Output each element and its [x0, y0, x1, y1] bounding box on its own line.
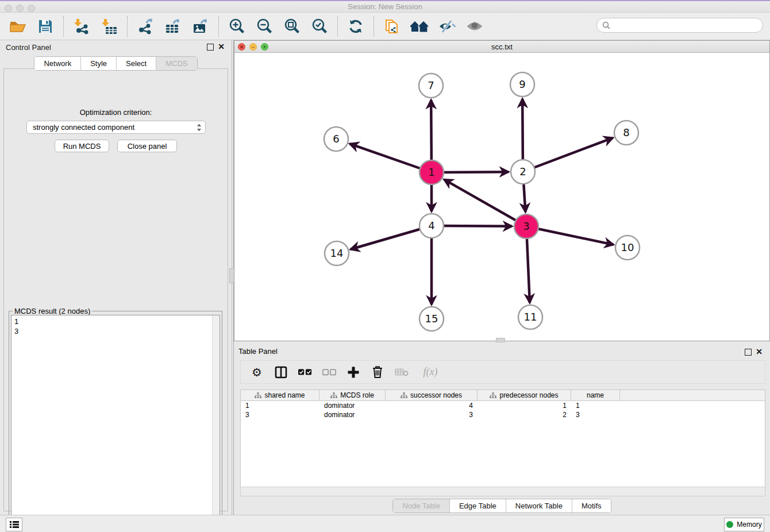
mcds-result-title: MCDS result (2 nodes)	[13, 307, 92, 315]
select-value: strongly connected component	[33, 123, 197, 132]
close-panel-icon[interactable]: ✕	[218, 42, 225, 51]
cell-predecessor-nodes[interactable]: 2	[478, 410, 571, 419]
graph-node-label-11: 11	[524, 311, 537, 323]
show-all-icon[interactable]	[465, 17, 484, 36]
tab-node-table[interactable]: Node Table	[393, 499, 450, 512]
export-network-icon[interactable]	[136, 17, 155, 36]
task-history-button[interactable]	[6, 518, 22, 531]
table-panel-title: Table Panel	[238, 347, 278, 356]
network-window-titlebar[interactable]: ✕ − + scc.txt	[234, 41, 769, 53]
run-mcds-button[interactable]: Run MCDS	[55, 140, 109, 152]
import-network-icon[interactable]	[72, 17, 91, 36]
graph-node-label-14: 14	[330, 247, 344, 259]
cell-mcds-role[interactable]: dominator	[319, 401, 386, 410]
cell-mcds-role[interactable]: dominator	[319, 410, 386, 419]
tab-edge-table[interactable]: Edge Table	[450, 499, 506, 512]
home-layout-icon[interactable]	[410, 17, 429, 36]
mcds-result-group: MCDS result (2 nodes) 1 3	[9, 311, 222, 530]
column-header-predecessor-nodes[interactable]: predecessor nodes	[478, 390, 571, 400]
tab-motifs[interactable]: Motifs	[572, 499, 611, 512]
delete-table-icon[interactable]	[395, 365, 409, 379]
network-view-window: ✕ − + scc.txt 7968124314101511	[234, 40, 770, 341]
table-close-panel-icon[interactable]: ✕	[756, 347, 763, 356]
column-header-shared-name[interactable]: shared name	[241, 390, 319, 400]
attribute-icon	[401, 392, 407, 399]
cell-successor-nodes[interactable]: 4	[386, 401, 478, 410]
zoom-out-icon[interactable]	[255, 17, 274, 36]
attribute-icon	[490, 392, 496, 399]
cell-shared-name[interactable]: 1	[241, 401, 319, 410]
memory-status-icon	[726, 521, 733, 528]
window-title: Session: New Session	[0, 2, 770, 11]
zoom-in-icon[interactable]	[227, 17, 247, 36]
control-panel-tabs: Network Style Select MCDS	[0, 56, 232, 71]
graph-node-label-1: 1	[428, 166, 434, 178]
memory-label: Memory	[737, 521, 761, 529]
zoom-selected-icon[interactable]	[310, 17, 329, 36]
graph-edge-3-1[interactable]	[444, 179, 526, 226]
graph-node-label-4: 4	[428, 219, 434, 232]
main-toolbar	[0, 13, 770, 40]
graph-node-label-7: 7	[428, 79, 434, 91]
copy-network-icon[interactable]	[382, 17, 402, 36]
hide-selected-icon[interactable]	[437, 17, 457, 36]
refresh-view-icon[interactable]	[346, 17, 365, 36]
network-canvas[interactable]: 7968124314101511	[234, 53, 769, 341]
zoom-fit-icon[interactable]	[282, 17, 302, 36]
graph-edge-1-6[interactable]	[350, 144, 432, 172]
select-stepper-icon	[197, 124, 202, 132]
cell-name[interactable]: 1	[571, 401, 620, 410]
table-settings-icon[interactable]: ⚙	[250, 365, 264, 379]
split-view-icon[interactable]	[274, 365, 288, 379]
cell-name[interactable]: 3	[571, 410, 620, 419]
table-row[interactable]: 3 dominator 3 2 3	[241, 410, 765, 419]
tab-select[interactable]: Select	[117, 57, 156, 70]
graph-node-label-6: 6	[333, 133, 339, 145]
table-row[interactable]: 1 dominator 4 1 1	[241, 401, 765, 410]
application-window: Session: New Session	[0, 0, 770, 532]
column-header-successor-nodes[interactable]: successor nodes	[386, 390, 478, 400]
table-float-panel-icon[interactable]	[745, 349, 752, 356]
column-header-name[interactable]: name	[571, 390, 620, 400]
close-panel-button[interactable]: Close panel	[117, 140, 177, 152]
save-session-icon[interactable]	[36, 17, 55, 36]
control-panel-title: Control Panel	[6, 43, 51, 52]
cell-predecessor-nodes[interactable]: 1	[478, 401, 571, 410]
deselect-all-checkboxes-icon[interactable]	[322, 365, 336, 379]
tab-network-table[interactable]: Network Table	[506, 499, 572, 512]
import-table-icon[interactable]	[99, 17, 119, 36]
node-table: shared name MCDS role successor nodes pr…	[240, 390, 765, 487]
graph-node-label-2: 2	[519, 165, 526, 178]
horizontal-splitter-handle[interactable]	[496, 338, 505, 342]
optimization-criterion-label: Optimization criterion:	[4, 108, 228, 117]
cell-shared-name[interactable]: 3	[241, 410, 319, 419]
search-box[interactable]	[596, 18, 763, 33]
function-builder-icon[interactable]: f(x)	[419, 365, 442, 379]
column-header-mcds-role[interactable]: MCDS role	[319, 390, 386, 400]
export-image-icon[interactable]	[191, 17, 210, 36]
tab-network[interactable]: Network	[34, 57, 81, 70]
graph-edge-2-8[interactable]	[523, 138, 613, 172]
graph-edge-3-10[interactable]	[526, 226, 614, 245]
table-panel: Table Panel ✕ ⚙ f(x)	[234, 345, 770, 515]
delete-column-icon[interactable]	[371, 365, 384, 379]
add-column-icon[interactable]	[346, 365, 360, 379]
export-table-icon[interactable]	[163, 17, 183, 36]
tab-style[interactable]: Style	[81, 57, 117, 70]
search-input[interactable]	[610, 21, 763, 30]
cell-successor-nodes[interactable]: 3	[386, 410, 478, 419]
attribute-icon	[255, 392, 261, 399]
open-session-icon[interactable]	[8, 17, 28, 36]
search-icon	[602, 21, 610, 29]
graph-node-label-3: 3	[523, 220, 529, 232]
table-horizontal-scrollbar[interactable]	[240, 487, 765, 496]
mcds-result-scrollbar[interactable]	[212, 315, 220, 527]
select-all-checkboxes-icon[interactable]	[298, 365, 312, 379]
attribute-icon	[330, 392, 337, 399]
float-panel-icon[interactable]	[207, 44, 214, 51]
optimization-criterion-select[interactable]: strongly connected component	[26, 121, 206, 134]
mcds-result-text[interactable]: 1 3	[11, 315, 220, 527]
tab-mcds[interactable]: MCDS	[156, 57, 197, 70]
network-graph[interactable]: 7968124314101511	[234, 53, 769, 341]
memory-button[interactable]: Memory	[724, 518, 764, 531]
